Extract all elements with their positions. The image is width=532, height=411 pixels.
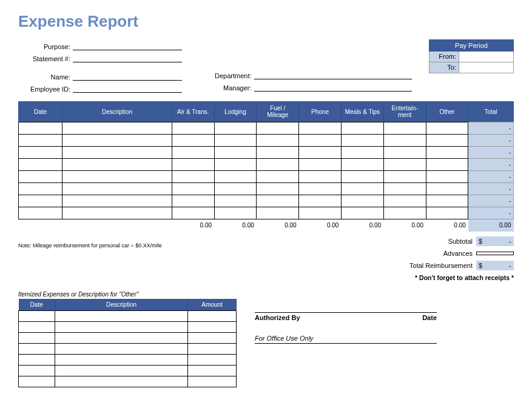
table-cell[interactable] — [214, 207, 257, 219]
table-cell[interactable] — [383, 195, 426, 207]
pay-to-input[interactable] — [459, 62, 514, 73]
table-cell[interactable] — [383, 147, 426, 159]
table-cell[interactable] — [214, 147, 257, 159]
table-cell[interactable] — [19, 207, 62, 219]
table-cell[interactable] — [19, 310, 55, 321]
table-cell[interactable] — [188, 332, 237, 343]
table-cell[interactable] — [214, 122, 257, 135]
table-cell[interactable] — [341, 171, 383, 183]
manager-input[interactable] — [254, 82, 412, 92]
table-cell[interactable] — [257, 147, 299, 159]
table-cell[interactable] — [257, 183, 299, 195]
table-cell[interactable] — [257, 195, 299, 207]
table-cell[interactable] — [257, 171, 299, 183]
table-cell[interactable] — [62, 207, 172, 219]
table-cell[interactable] — [172, 159, 214, 171]
table-cell[interactable] — [19, 122, 62, 135]
table-cell[interactable] — [214, 171, 257, 183]
table-cell[interactable] — [426, 147, 468, 159]
table-cell[interactable] — [19, 159, 62, 171]
table-cell[interactable] — [19, 332, 55, 343]
table-cell[interactable] — [214, 159, 257, 171]
purpose-input[interactable] — [73, 41, 182, 50]
table-cell[interactable] — [426, 159, 468, 171]
table-cell[interactable] — [19, 354, 55, 365]
table-cell[interactable] — [172, 171, 214, 183]
table-cell[interactable] — [62, 183, 172, 195]
table-cell[interactable] — [383, 183, 426, 195]
table-cell[interactable] — [19, 135, 62, 147]
table-cell[interactable] — [257, 122, 299, 135]
name-input[interactable] — [73, 71, 182, 81]
table-cell[interactable] — [55, 310, 187, 321]
table-cell[interactable] — [426, 171, 468, 183]
table-cell[interactable] — [172, 183, 214, 195]
table-cell[interactable] — [188, 376, 237, 387]
table-cell[interactable] — [299, 147, 342, 159]
table-cell[interactable] — [299, 122, 342, 135]
table-cell[interactable] — [383, 135, 426, 147]
table-cell[interactable] — [214, 195, 257, 207]
table-cell[interactable] — [383, 122, 426, 135]
table-cell[interactable] — [426, 195, 468, 207]
table-cell[interactable] — [257, 207, 299, 219]
table-cell[interactable] — [172, 135, 214, 147]
table-cell[interactable] — [172, 147, 214, 159]
table-cell[interactable] — [55, 343, 187, 354]
table-cell[interactable] — [55, 321, 187, 332]
table-cell[interactable] — [341, 159, 383, 171]
table-cell[interactable] — [19, 376, 55, 387]
table-cell[interactable] — [341, 207, 383, 219]
table-cell[interactable] — [188, 321, 237, 332]
table-cell[interactable] — [62, 147, 172, 159]
table-cell[interactable] — [299, 183, 342, 195]
department-input[interactable] — [254, 70, 412, 79]
table-cell[interactable] — [426, 183, 468, 195]
table-cell[interactable] — [383, 159, 426, 171]
table-cell[interactable] — [172, 207, 214, 219]
table-cell[interactable] — [426, 122, 468, 135]
advances-input[interactable] — [476, 252, 514, 255]
table-cell[interactable] — [341, 195, 383, 207]
table-cell[interactable] — [188, 343, 237, 354]
table-cell[interactable] — [19, 365, 55, 376]
table-cell[interactable] — [383, 171, 426, 183]
table-cell[interactable] — [172, 122, 214, 135]
table-cell[interactable] — [55, 354, 187, 365]
table-cell[interactable] — [299, 207, 342, 219]
table-cell[interactable] — [383, 207, 426, 219]
table-cell[interactable] — [214, 183, 257, 195]
employee-id-input[interactable] — [73, 83, 182, 93]
table-cell[interactable] — [426, 135, 468, 147]
table-cell[interactable] — [257, 135, 299, 147]
table-cell[interactable] — [299, 135, 342, 147]
table-cell[interactable] — [62, 122, 172, 135]
table-cell[interactable] — [214, 135, 257, 147]
table-cell[interactable] — [62, 171, 172, 183]
table-cell[interactable] — [188, 365, 237, 376]
table-cell[interactable] — [188, 310, 237, 321]
table-cell[interactable] — [341, 183, 383, 195]
table-cell[interactable] — [19, 321, 55, 332]
table-cell[interactable] — [341, 122, 383, 135]
table-cell[interactable] — [62, 135, 172, 147]
table-cell[interactable] — [299, 159, 342, 171]
table-cell[interactable] — [19, 147, 62, 159]
table-cell[interactable] — [299, 171, 342, 183]
table-cell[interactable] — [426, 207, 468, 219]
table-cell[interactable] — [55, 376, 187, 387]
table-cell[interactable] — [19, 183, 62, 195]
pay-from-input[interactable] — [459, 52, 514, 62]
table-cell[interactable] — [62, 195, 172, 207]
table-cell[interactable] — [341, 147, 383, 159]
table-cell[interactable] — [19, 343, 55, 354]
table-cell[interactable] — [188, 354, 237, 365]
signature-line[interactable] — [255, 296, 437, 313]
table-cell[interactable] — [55, 332, 187, 343]
table-cell[interactable] — [55, 365, 187, 376]
table-cell[interactable] — [299, 195, 342, 207]
table-cell[interactable] — [257, 159, 299, 171]
table-cell[interactable] — [172, 195, 214, 207]
table-cell[interactable] — [19, 195, 62, 207]
statement-input[interactable] — [73, 53, 182, 62]
